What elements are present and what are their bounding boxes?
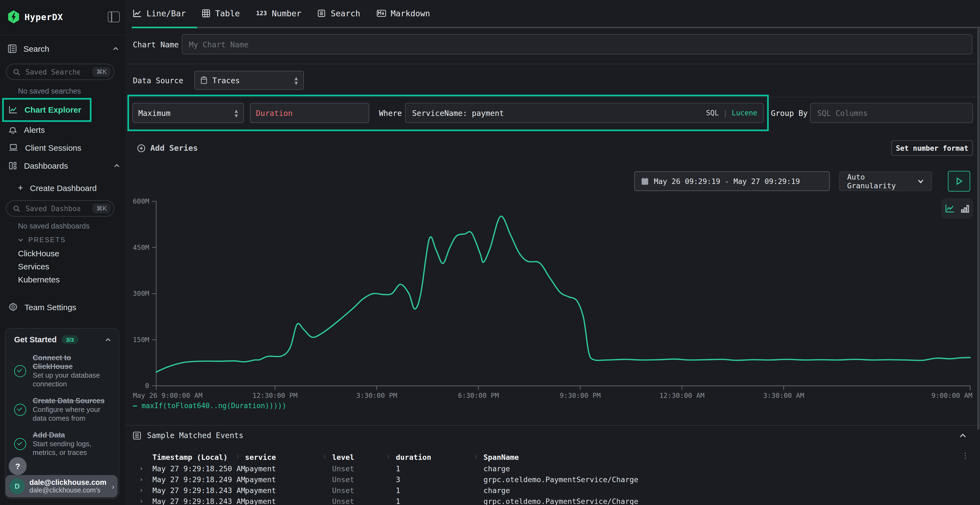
expand-row-icon[interactable]: › — [139, 465, 143, 472]
get-started-item-text: Connect to ClickHouseSet up your databas… — [33, 354, 111, 389]
tab-markdown[interactable]: Markdown — [377, 8, 430, 18]
column-drag-handle-icon[interactable]: ⁞ — [237, 453, 238, 461]
cell-duration: 3 — [396, 475, 400, 484]
get-started-item-description: Configure where your data comes from — [33, 405, 111, 423]
sidebar-item-dashboards[interactable]: Dashboards — [9, 158, 120, 173]
granularity-select[interactable]: Auto Granularity — [839, 172, 932, 191]
tab-table[interactable]: Table — [202, 8, 240, 18]
help-button[interactable]: ? — [9, 457, 27, 475]
events-panel-header[interactable]: Sample Matched Events — [133, 431, 243, 440]
y-axis-tick-label: 150M — [133, 336, 149, 344]
divider — [125, 64, 980, 64]
run-query-button[interactable] — [948, 171, 970, 192]
preset-item-kubernetes[interactable]: Kubernetes — [18, 275, 60, 284]
timeseries-chart[interactable]: 0150M300M450M600MMay 26 9:00:00 AM12:30:… — [125, 193, 980, 408]
column-drag-handle-icon[interactable]: ⁞ — [388, 453, 389, 461]
group-by-input[interactable] — [810, 103, 973, 123]
number-icon: 123 — [256, 10, 267, 17]
chevron-up-icon — [113, 45, 119, 51]
chart-legend: — maxIf(toFloat640..ng(Duration))))) — [133, 402, 286, 410]
y-axis-tick-label: 450M — [133, 243, 149, 251]
preset-item-services[interactable]: Services — [18, 262, 49, 271]
x-axis-tick-label: 6:30:00 PM — [458, 392, 499, 399]
collapse-sidebar-icon[interactable] — [108, 11, 120, 22]
sidebar-search-label: Search — [24, 44, 49, 53]
event-row[interactable]: ›May 27 9:29:18.249 AMpaymentUnset3grpc.… — [125, 475, 972, 485]
divider — [0, 35, 125, 35]
get-started-item-text: Create Data SourcesConfigure where your … — [33, 397, 111, 423]
get-started-item-create-data-sources[interactable]: Create Data SourcesConfigure where your … — [5, 392, 119, 427]
presets-section-toggle[interactable]: PRESETS — [18, 236, 66, 244]
journal-icon — [8, 44, 17, 53]
expand-row-icon[interactable]: › — [139, 486, 143, 494]
saved-dashboards-field[interactable] — [24, 204, 81, 213]
tab-number[interactable]: 123Number — [256, 8, 301, 18]
saved-searches-field[interactable] — [24, 67, 81, 76]
markdown-icon — [377, 10, 386, 17]
search-icon — [13, 205, 20, 212]
chevron-down-icon — [18, 237, 24, 243]
chevron-down-icon — [917, 178, 924, 184]
date-range-picker[interactable]: May 26 09:29:19 - May 27 09:29:19 — [634, 172, 830, 191]
expand-row-icon[interactable]: › — [139, 497, 143, 505]
sidebar-item-alerts[interactable]: Alerts — [9, 122, 120, 137]
collapse-panel-icon[interactable] — [959, 432, 966, 439]
sidebar-item-team-settings[interactable]: Team Settings — [9, 299, 120, 314]
dashboard-icon — [9, 161, 17, 170]
get-started-item-add-data[interactable]: Add DataStart sending logs, metrics, or … — [5, 427, 119, 461]
data-source-select[interactable]: Traces ▲▼ — [194, 71, 304, 90]
preset-item-clickhouse[interactable]: ClickHouse — [18, 249, 59, 258]
events-panel-title: Sample Matched Events — [147, 431, 243, 440]
chart-line-series — [156, 216, 970, 372]
column-header-service[interactable]: service — [245, 453, 276, 462]
column-header-duration[interactable]: duration — [396, 453, 431, 462]
column-drag-handle-icon[interactable]: ⁞ — [324, 453, 325, 461]
tab-line-bar[interactable]: Line/Bar — [133, 8, 186, 18]
sidebar-item-client-sessions[interactable]: Client Sessions — [9, 140, 120, 155]
cell-service: payment — [245, 475, 276, 484]
group-by-label: Group By — [771, 109, 808, 118]
check-circle-icon — [14, 404, 26, 416]
legend-swatch: — — [133, 402, 137, 410]
column-header-spanname[interactable]: SpanName — [484, 453, 519, 462]
set-number-format-button[interactable]: Set number format — [891, 140, 973, 156]
event-row[interactable]: ›May 27 9:29:18.243 AMpaymentUnset1charg… — [125, 485, 972, 496]
chevron-up-icon[interactable] — [105, 337, 111, 343]
list-icon — [133, 431, 141, 440]
expand-row-icon[interactable]: › — [139, 476, 143, 483]
tab-search[interactable]: Search — [318, 8, 360, 18]
legend-label: maxIf(toFloat640..ng(Duration))))) — [142, 402, 286, 410]
sidebar-section-search[interactable]: Search — [8, 41, 119, 56]
event-row[interactable]: ›May 27 9:29:18.250 AMpaymentUnset1charg… — [125, 464, 972, 475]
cell-service: payment — [245, 486, 276, 495]
plus-circle-icon — [137, 144, 145, 152]
cell-duration: 1 — [396, 497, 400, 505]
add-series-label: Add Series — [150, 144, 198, 152]
add-series-button[interactable]: Add Series — [137, 144, 198, 152]
cell-service: payment — [245, 464, 276, 473]
app-logo[interactable]: HyperDX — [8, 8, 120, 26]
cell-service: payment — [245, 497, 276, 505]
chart-name-input[interactable] — [182, 34, 972, 54]
create-dashboard-label: Create Dashboard — [30, 183, 97, 192]
column-header-level[interactable]: level — [332, 453, 354, 462]
cell-span_name: grpc.oteldemo.PaymentService/Charge — [484, 497, 638, 505]
event-row[interactable]: ›May 27 9:29:18.243 AMpaymentUnset1grpc.… — [125, 496, 972, 505]
sidebar-item-label: Dashboards — [24, 161, 68, 170]
no-saved-dashboards-note: No saved dashboards — [18, 222, 89, 230]
calendar-icon — [641, 178, 648, 185]
active-tab-indicator — [132, 27, 197, 28]
table-icon — [202, 9, 210, 17]
get-started-item-connect-to-clickhouse[interactable]: Connect to ClickHouseSet up your databas… — [5, 349, 119, 392]
column-header-timestamp-local[interactable]: Timestamp (Local) — [153, 453, 228, 462]
scrollbar[interactable] — [977, 28, 980, 430]
saved-searches-input[interactable]: ⌘K — [6, 64, 115, 80]
check-circle-icon — [14, 438, 26, 450]
saved-dashboards-input[interactable]: ⌘K — [6, 200, 115, 217]
main-content: Line/BarTable123NumberSearchMarkdown Cha… — [125, 0, 980, 505]
x-axis-tick-label: 3:30:00 AM — [763, 392, 804, 399]
create-dashboard-button[interactable]: + Create Dashboard — [18, 180, 120, 195]
column-drag-handle-icon[interactable]: ⁞ — [475, 453, 476, 461]
user-menu[interactable]: D dale@clickhouse.com dale@clickhouse.co… — [5, 475, 118, 497]
table-options-icon[interactable]: ⋮ — [961, 454, 969, 457]
